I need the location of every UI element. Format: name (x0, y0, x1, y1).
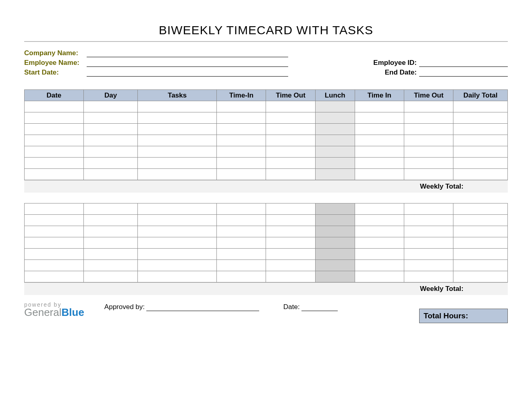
table-cell[interactable] (266, 135, 315, 146)
table-cell[interactable] (138, 249, 217, 260)
table-cell[interactable] (404, 203, 453, 215)
table-cell[interactable] (217, 249, 266, 260)
table-cell[interactable] (315, 271, 355, 282)
table-cell[interactable] (266, 260, 315, 271)
table-cell[interactable] (315, 101, 355, 112)
table-cell[interactable] (266, 271, 315, 282)
table-cell[interactable] (83, 249, 138, 260)
table-cell[interactable] (25, 124, 84, 135)
table-cell[interactable] (25, 146, 84, 158)
table-cell[interactable] (217, 169, 266, 180)
table-cell[interactable] (83, 158, 138, 169)
table-cell[interactable] (83, 203, 138, 215)
table-cell[interactable] (25, 112, 84, 124)
table-cell[interactable] (83, 124, 138, 135)
table-cell[interactable] (315, 169, 355, 180)
table-cell[interactable] (453, 146, 508, 158)
table-cell[interactable] (453, 249, 508, 260)
table-cell[interactable] (217, 271, 266, 282)
table-cell[interactable] (266, 226, 315, 237)
table-cell[interactable] (138, 158, 217, 169)
table-cell[interactable] (453, 158, 508, 169)
table-cell[interactable] (404, 146, 453, 158)
table-cell[interactable] (83, 146, 138, 158)
table-cell[interactable] (355, 249, 404, 260)
table-cell[interactable] (355, 158, 404, 169)
table-cell[interactable] (25, 215, 84, 226)
company-name-field[interactable] (87, 50, 288, 57)
table-cell[interactable] (404, 260, 453, 271)
table-cell[interactable] (25, 237, 84, 249)
table-cell[interactable] (138, 260, 217, 271)
table-cell[interactable] (355, 135, 404, 146)
table-cell[interactable] (25, 203, 84, 215)
table-cell[interactable] (83, 271, 138, 282)
table-cell[interactable] (355, 260, 404, 271)
table-cell[interactable] (355, 237, 404, 249)
employee-name-field[interactable] (87, 60, 288, 67)
table-cell[interactable] (138, 169, 217, 180)
table-cell[interactable] (217, 135, 266, 146)
table-cell[interactable] (25, 135, 84, 146)
table-cell[interactable] (404, 169, 453, 180)
table-cell[interactable] (138, 226, 217, 237)
table-cell[interactable] (355, 101, 404, 112)
table-cell[interactable] (453, 169, 508, 180)
table-cell[interactable] (315, 112, 355, 124)
table-cell[interactable] (266, 124, 315, 135)
table-cell[interactable] (315, 260, 355, 271)
approved-by-field[interactable] (146, 304, 259, 311)
table-cell[interactable] (315, 124, 355, 135)
table-cell[interactable] (217, 112, 266, 124)
table-cell[interactable] (25, 249, 84, 260)
table-cell[interactable] (217, 124, 266, 135)
table-cell[interactable] (266, 112, 315, 124)
table-cell[interactable] (217, 237, 266, 249)
table-cell[interactable] (404, 215, 453, 226)
table-cell[interactable] (453, 226, 508, 237)
table-cell[interactable] (404, 124, 453, 135)
table-cell[interactable] (404, 237, 453, 249)
table-cell[interactable] (315, 215, 355, 226)
table-cell[interactable] (266, 215, 315, 226)
table-cell[interactable] (355, 146, 404, 158)
table-cell[interactable] (315, 249, 355, 260)
table-cell[interactable] (315, 135, 355, 146)
table-cell[interactable] (315, 146, 355, 158)
table-cell[interactable] (138, 215, 217, 226)
table-cell[interactable] (453, 112, 508, 124)
table-cell[interactable] (217, 146, 266, 158)
table-cell[interactable] (355, 169, 404, 180)
table-cell[interactable] (266, 158, 315, 169)
table-cell[interactable] (138, 237, 217, 249)
table-cell[interactable] (453, 135, 508, 146)
table-cell[interactable] (83, 135, 138, 146)
table-cell[interactable] (453, 271, 508, 282)
table-cell[interactable] (315, 237, 355, 249)
table-cell[interactable] (138, 135, 217, 146)
table-cell[interactable] (315, 226, 355, 237)
table-cell[interactable] (355, 215, 404, 226)
table-cell[interactable] (217, 101, 266, 112)
table-cell[interactable] (83, 237, 138, 249)
table-cell[interactable] (315, 203, 355, 215)
table-cell[interactable] (404, 135, 453, 146)
table-cell[interactable] (355, 226, 404, 237)
table-cell[interactable] (25, 169, 84, 180)
table-cell[interactable] (83, 169, 138, 180)
table-cell[interactable] (25, 271, 84, 282)
footer-date-field[interactable] (301, 304, 338, 311)
table-cell[interactable] (404, 249, 453, 260)
table-cell[interactable] (355, 124, 404, 135)
table-cell[interactable] (453, 124, 508, 135)
table-cell[interactable] (453, 237, 508, 249)
table-cell[interactable] (453, 203, 508, 215)
table-cell[interactable] (266, 146, 315, 158)
table-cell[interactable] (266, 169, 315, 180)
table-cell[interactable] (266, 237, 315, 249)
table-cell[interactable] (404, 271, 453, 282)
table-cell[interactable] (83, 215, 138, 226)
table-cell[interactable] (404, 101, 453, 112)
table-cell[interactable] (217, 215, 266, 226)
table-cell[interactable] (83, 226, 138, 237)
